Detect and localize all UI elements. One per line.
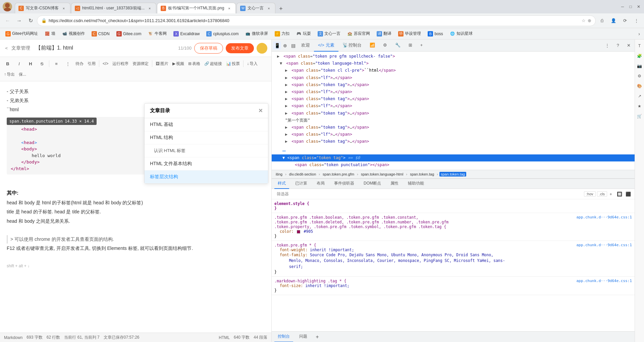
bc-item-pregfm[interactable]: span.token.pre.gfm	[321, 172, 356, 177]
maximize-button[interactable]: □	[628, 4, 633, 9]
console-add-button[interactable]: +	[313, 333, 321, 341]
image-button[interactable]: 🖼 图片	[154, 59, 170, 68]
bold-button[interactable]: B	[3, 59, 13, 68]
dom-line-12[interactable]: ▶ <span class="token tag">…</span>	[272, 138, 635, 145]
bc-item-tag1[interactable]: span.token.tag	[409, 172, 435, 177]
tab-close-wenxin[interactable]: ×	[266, 5, 272, 11]
console-tab-console[interactable]: 控制台	[274, 332, 293, 342]
tab-png[interactable]: B 板书/编写第一个HTML页面.png ×	[157, 3, 236, 13]
devtools-tab-performance[interactable]: 🔧	[391, 40, 405, 52]
side-icon-1[interactable]: T	[636, 42, 643, 50]
side-icon-2[interactable]: 🧩	[636, 52, 643, 60]
extension-icon[interactable]: ⊕	[588, 18, 591, 23]
link-button[interactable]: 🔗 超链接	[203, 59, 223, 68]
bookmark-translate[interactable]: 译 翻译	[374, 29, 394, 38]
tab-close-png[interactable]: ×	[226, 5, 232, 11]
bookmark-play[interactable]: 🎮 玩耍	[293, 29, 314, 38]
dom-line-4[interactable]: ▶ <span class="lf">…</span>	[272, 74, 635, 81]
styles-tab-eventlisteners[interactable]: 事件侦听器	[331, 179, 358, 189]
vote-button[interactable]: 📊 投票	[225, 59, 241, 68]
tab-close-html01[interactable]: ×	[147, 5, 153, 11]
devtools-settings-button[interactable]: ?	[613, 41, 623, 50]
new-tab-button[interactable]: +	[276, 4, 285, 13]
dom-line-6[interactable]: ▶ <span class="lf">…</span>	[272, 88, 635, 95]
extensions-button[interactable]: ⎙	[597, 16, 607, 26]
import-button[interactable]: ↓ 导入	[246, 59, 259, 68]
export-button[interactable]: ↑ 导出	[3, 70, 16, 79]
more-button[interactable]: 保...	[17, 70, 28, 79]
forward-button[interactable]: →	[14, 16, 24, 26]
devtools-tab-welcome[interactable]: 欢迎	[297, 40, 314, 52]
reload-button[interactable]: ↻	[25, 16, 36, 26]
dom-line-8[interactable]: ▶ <span class="lf">…</span>	[272, 102, 635, 110]
console-tab-issues[interactable]: 问题	[296, 332, 311, 342]
devtools-tab-application[interactable]: +	[416, 40, 427, 52]
bookmark-bishi[interactable]: 毕 毕设管理	[395, 29, 424, 38]
side-icon-6[interactable]: ↗	[636, 92, 643, 100]
add-style-icon[interactable]: +	[607, 190, 614, 198]
device-toolbar-toggle[interactable]: 📱	[273, 42, 281, 50]
devtools-tab-console[interactable]: 📡 控制台	[338, 40, 366, 52]
toc-item-html-file-structure[interactable]: HTML 文件基本结构	[145, 157, 268, 170]
unordered-list-button[interactable]: ≡	[51, 59, 61, 68]
element-select-tool[interactable]: ⊕	[281, 42, 289, 50]
bookmark-boss[interactable]: B boss	[425, 29, 445, 38]
side-icon-3[interactable]: 📷	[636, 62, 643, 70]
table-button[interactable]: ⊞ 表格	[187, 59, 202, 68]
side-icon-7[interactable]: ★	[636, 102, 643, 110]
ordered-list-button[interactable]: ⋮	[63, 59, 73, 68]
dom-line-11[interactable]: ▶ <span class="lf">…</span>	[272, 131, 635, 138]
side-icon-4[interactable]: ⚙	[636, 72, 643, 80]
profile-avatar[interactable]	[3, 2, 12, 11]
devtools-close-button[interactable]: ✕	[624, 41, 633, 50]
toc-close-button[interactable]: ✕	[258, 108, 263, 114]
heading-button[interactable]: H	[25, 59, 36, 68]
tab-csdn[interactable]: C 写文章-CSDN博客 ×	[15, 3, 70, 13]
bookmark-wenxin-yiyan[interactable]: 文 文心一言	[315, 29, 343, 38]
bookmark-excalidraw[interactable]: X Excalidraw	[171, 29, 202, 38]
devtools-tab-network[interactable]: ⚙	[379, 40, 391, 52]
bc-item-langhtml[interactable]: span.token.language-html	[360, 172, 405, 177]
toc-item-tag-hierarchy[interactable]: 标签层次结构	[145, 170, 268, 184]
bookmark-gitee-code[interactable]: G Gitee代码网址	[3, 29, 41, 38]
console-tool[interactable]: ▤	[289, 42, 297, 50]
devtools-tab-elements[interactable]: </> 元素	[314, 40, 338, 52]
style-option-1-icon[interactable]: 🔲	[616, 190, 623, 198]
quote-button[interactable]: 引用	[86, 59, 97, 68]
sync-button[interactable]: ⟳	[620, 16, 630, 26]
side-icon-5[interactable]: 🎨	[636, 82, 643, 90]
tab-wenxin[interactable]: W 文心一言 ×	[236, 3, 275, 13]
more-bookmarks-button[interactable]: ›	[637, 30, 641, 38]
dom-tree[interactable]: ▶ <span class="token pre gfm spellcheck-…	[272, 52, 635, 170]
article-mgmt-label[interactable]: 文章管理	[11, 45, 30, 51]
bookmark-wall[interactable]: 🧱 墙	[42, 29, 58, 38]
star-icon[interactable]: ☆	[582, 18, 586, 23]
bookmark-leetcode[interactable]: ⚡ 力扣	[272, 29, 292, 38]
bc-item-tag-active[interactable]: span.token.tag	[439, 172, 466, 177]
address-bar[interactable]: 🔒 https://editor.csdn.net/md?not_checkou…	[37, 15, 596, 26]
styles-tab-computed[interactable]: 已计算	[292, 179, 311, 189]
styles-tab-properties[interactable]: 属性	[387, 179, 402, 189]
devtools-tab-memory[interactable]: ⊞	[405, 40, 416, 52]
back-button[interactable]: ←	[3, 16, 13, 26]
devtools-tab-sources[interactable]: 📶	[366, 40, 379, 52]
bookmark-niuke[interactable]: 🐮 牛客网	[145, 29, 169, 38]
strikethrough-button[interactable]: S	[37, 59, 47, 68]
pseudo-cls-button[interactable]: .cls	[597, 191, 607, 197]
code-run-button[interactable]: 运行程序	[111, 59, 130, 68]
toc-item-html-structure[interactable]: HTML 结构	[145, 131, 268, 144]
dom-line-text-page[interactable]: "第一个页面"	[272, 117, 635, 124]
dom-line-expand-dots[interactable]: …	[272, 145, 635, 154]
resource-bind-button[interactable]: 资源绑定	[131, 59, 150, 68]
devtools-more-button[interactable]: ⋮	[602, 41, 612, 50]
dom-line-1[interactable]: ▶ <span class="token pre gfm spellcheck-…	[272, 53, 635, 60]
code-inline-button[interactable]: </>	[101, 59, 110, 68]
tab-html01[interactable]: ◁ html01.html · user_1837383/前端... ×	[71, 3, 156, 13]
save-draft-button[interactable]: 保存草稿	[194, 43, 223, 54]
dom-line-10[interactable]: ▶ <span class="token tag">…</span>	[272, 124, 635, 131]
minimize-button[interactable]: ─	[620, 4, 625, 9]
selector-input[interactable]	[274, 191, 584, 197]
css-source-2[interactable]: app.chunk.d···9d64e.css:1	[576, 243, 632, 247]
styles-tab-accessibility[interactable]: 辅助功能	[405, 179, 427, 189]
article-title-input[interactable]	[33, 44, 175, 53]
